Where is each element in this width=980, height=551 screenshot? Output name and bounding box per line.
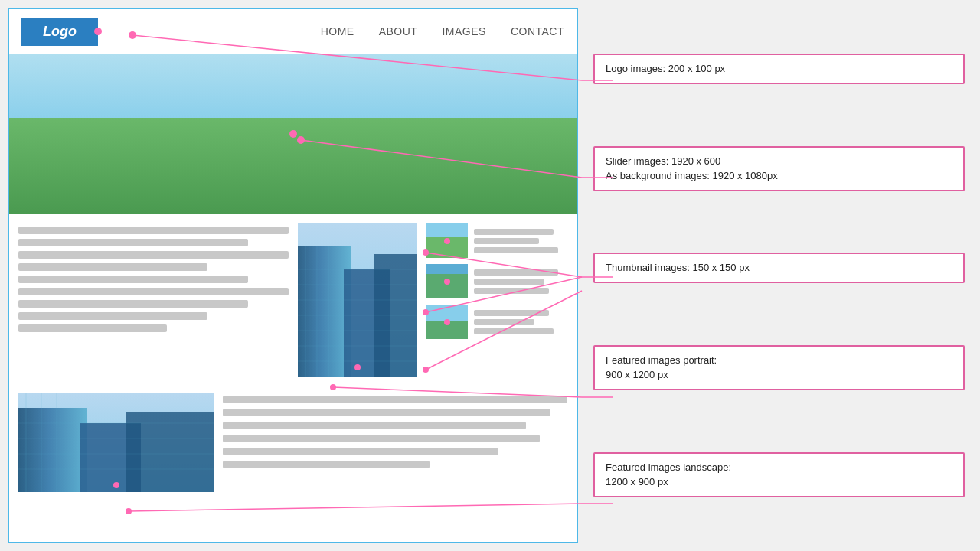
thumb-row-2 — [426, 264, 567, 298]
hero-sky — [9, 54, 577, 126]
text-line — [18, 263, 207, 271]
mockup-header: Logo HOME ABOUT IMAGES CONTACT — [9, 9, 577, 54]
svg-rect-16 — [18, 408, 87, 492]
logo-box: Logo — [21, 18, 98, 46]
text-line — [223, 409, 550, 416]
landscape-dot — [113, 482, 119, 488]
text-line — [18, 288, 289, 295]
thumbnail-annotation: Thumbnail images: 150 x 150 px — [593, 253, 965, 283]
thumb-text-line — [474, 279, 544, 285]
thumb-text-line — [474, 310, 549, 316]
logo-dot — [94, 28, 102, 35]
featured-landscape-annotation: Featured images landscape: 1200 x 900 px — [593, 452, 965, 497]
hero-dot — [289, 130, 297, 138]
annotations-panel: Logo images: 200 x 100 px Slider images:… — [586, 8, 972, 543]
thumb-row-3 — [426, 305, 567, 339]
portrait-annotation-line1: Featured images portrait: — [606, 353, 952, 368]
text-line — [18, 239, 248, 246]
thumb-text-1 — [474, 229, 567, 253]
thumb-text-line — [474, 288, 549, 294]
thumbnail-list — [426, 223, 567, 377]
featured-portrait — [298, 223, 416, 377]
thumb-text-3 — [474, 310, 567, 334]
landscape-annotation-line1: Featured images landscape: — [606, 460, 952, 475]
text-line — [223, 461, 430, 468]
landscape-image — [18, 393, 214, 492]
portrait-image — [298, 223, 416, 377]
logo-annotation: Logo images: 200 x 100 px — [593, 54, 965, 84]
text-line — [223, 422, 526, 429]
svg-rect-2 — [298, 246, 351, 377]
building-svg — [298, 223, 416, 377]
text-line — [18, 251, 289, 259]
thumb-text-line — [474, 238, 539, 244]
thumb-dot-3 — [444, 319, 450, 325]
thumbnail-1 — [426, 223, 468, 258]
nav-contact[interactable]: CONTACT — [511, 25, 564, 37]
bottom-text-block — [223, 393, 567, 492]
landscape-annotation-line2: 1200 x 900 px — [606, 474, 952, 490]
text-line — [18, 300, 248, 308]
text-line — [18, 227, 289, 234]
slider-annotation-line1: Slider images: 1920 x 600 — [606, 154, 952, 169]
thumb-text-2 — [474, 269, 567, 294]
nav-about[interactable]: ABOUT — [379, 25, 418, 37]
text-line — [223, 396, 567, 403]
thumbnail-annotation-text: Thumbnail images: 150 x 150 px — [606, 262, 750, 273]
text-line — [223, 448, 498, 455]
thumbnail-3 — [426, 305, 468, 339]
text-line — [18, 312, 207, 320]
featured-landscape — [18, 393, 214, 492]
portrait-annotation-line2: 900 x 1200 px — [606, 367, 952, 383]
thumb-text-line — [474, 328, 554, 334]
thumb-dot-1 — [444, 238, 450, 244]
logo-annotation-text: Logo images: 200 x 100 px — [606, 63, 725, 74]
svg-rect-18 — [126, 412, 214, 492]
thumb-text-line — [474, 229, 554, 235]
content-area — [9, 214, 577, 386]
hero-slider — [9, 54, 577, 214]
portrait-dot — [354, 364, 361, 370]
bottom-section — [9, 386, 577, 498]
text-line — [223, 435, 540, 442]
nav-images[interactable]: IMAGES — [442, 25, 485, 37]
text-line — [18, 324, 167, 332]
nav-links: HOME ABOUT IMAGES CONTACT — [321, 25, 564, 37]
featured-portrait-annotation: Featured images portrait: 900 x 1200 px — [593, 345, 965, 390]
thumbnail-2 — [426, 264, 468, 298]
logo-text: Logo — [43, 24, 77, 39]
text-block-left — [18, 223, 289, 377]
text-line — [18, 276, 248, 283]
website-mockup: Logo HOME ABOUT IMAGES CONTACT — [8, 8, 578, 543]
thumb-row-1 — [426, 223, 567, 258]
thumb-text-line — [474, 247, 558, 253]
slider-annotation: Slider images: 1920 x 600 As background … — [593, 146, 965, 191]
thumb-dot-2 — [444, 279, 450, 285]
slider-annotation-line2: As background images: 1920 x 1080px — [606, 168, 952, 184]
landscape-svg — [18, 393, 214, 492]
thumb-text-line — [474, 319, 534, 325]
nav-home[interactable]: HOME — [321, 25, 354, 37]
thumb-text-line — [474, 269, 558, 276]
